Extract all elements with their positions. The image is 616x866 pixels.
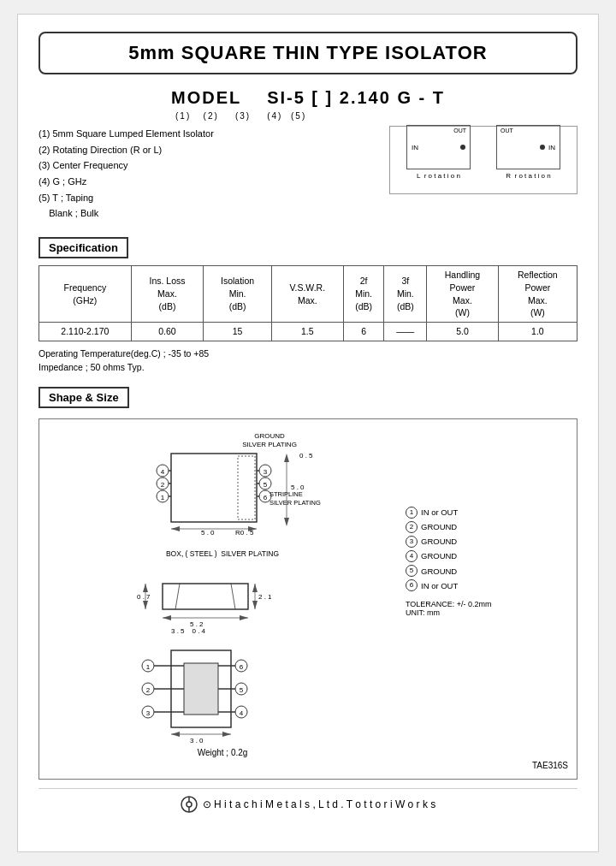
legend-item-3: 3 GROUND bbox=[406, 534, 568, 549]
model-value: SI-5 [ ] 2.140 G - T bbox=[267, 88, 445, 107]
svg-text:0 . 5: 0 . 5 bbox=[299, 452, 313, 460]
legend-text-3: GROUND bbox=[421, 534, 457, 549]
side-view-svg: 5 . 2 3 . 5 0 . 4 2 . 1 0 . 7 bbox=[137, 566, 308, 635]
svg-text:2: 2 bbox=[161, 481, 165, 489]
weight: Weight ; 0.2g bbox=[48, 748, 397, 757]
svg-text:3: 3 bbox=[146, 709, 151, 717]
title-box: 5mm SQUARE THIN TYPE ISOLATOR bbox=[38, 32, 578, 74]
svg-point-75 bbox=[187, 802, 192, 807]
svg-rect-3 bbox=[171, 454, 257, 522]
col-reflection: ReflectionPowerMax.(W) bbox=[498, 266, 577, 323]
shape-box: GROUND SILVER PLATING 0 . 5 4 2 1 3 bbox=[38, 418, 578, 780]
spec-section-header: Specification bbox=[38, 237, 128, 258]
rotation-diagram: IN OUT L r o t a t i o n OUT IN R r o t … bbox=[389, 126, 578, 194]
svg-text:STRIPLINE: STRIPLINE bbox=[270, 490, 303, 498]
legend-text-1: IN or OUT bbox=[421, 505, 458, 519]
legend-num-2: 2 bbox=[406, 521, 418, 533]
svg-marker-48 bbox=[143, 601, 148, 609]
cell-freq: 2.110-2.170 bbox=[39, 322, 132, 341]
svg-rect-34 bbox=[163, 584, 248, 609]
svg-marker-72 bbox=[222, 732, 231, 737]
pin-layout-svg: 1 2 3 6 5 4 3 . 0 bbox=[137, 642, 308, 744]
legend-text-6: IN or OUT bbox=[421, 578, 458, 593]
legend-num-5: 5 bbox=[406, 565, 418, 577]
svg-marker-24 bbox=[284, 454, 289, 462]
col-isolation: IsolationMin.(dB) bbox=[204, 266, 272, 323]
cell-vswr: 1.5 bbox=[271, 322, 343, 341]
spec-notes: Operating Temperature(deg.C) ; -35 to +8… bbox=[38, 347, 578, 376]
svg-text:6: 6 bbox=[264, 494, 268, 501]
cell-3f: —— bbox=[384, 322, 427, 341]
col-2f: 2fMin.(dB) bbox=[343, 266, 384, 323]
cell-2f: 6 bbox=[343, 322, 384, 341]
footer: ⊙ H i t a c h i M e t a l s , L t d . T … bbox=[38, 788, 578, 813]
svg-marker-43 bbox=[252, 584, 258, 592]
shape-content: GROUND SILVER PLATING 0 . 5 4 2 1 3 bbox=[48, 428, 568, 757]
legend-item-6: 6 IN or OUT bbox=[406, 578, 568, 593]
svg-text:5: 5 bbox=[240, 686, 244, 694]
shape-diagrams: GROUND SILVER PLATING 0 . 5 4 2 1 3 bbox=[48, 428, 397, 757]
svg-rect-51 bbox=[184, 663, 218, 715]
svg-text:3 . 5    0 . 4: 3 . 5 0 . 4 bbox=[171, 627, 206, 635]
svg-text:2 . 1: 2 . 1 bbox=[258, 593, 272, 601]
svg-text:1: 1 bbox=[161, 494, 165, 501]
svg-marker-25 bbox=[284, 518, 289, 526]
top-view-svg: GROUND SILVER PLATING 0 . 5 4 2 1 3 bbox=[103, 428, 342, 548]
footer-text: ⊙ H i t a c h i M e t a l s , L t d . T … bbox=[203, 798, 436, 810]
svg-marker-44 bbox=[252, 601, 258, 609]
svg-marker-39 bbox=[240, 615, 248, 620]
svg-text:5: 5 bbox=[264, 481, 268, 489]
legend-item-1: 1 IN or OUT bbox=[406, 505, 568, 519]
cell-ins-loss: 0.60 bbox=[131, 322, 204, 341]
model-section: MODEL SI-5 [ ] 2.140 G - T (1) (2) (3) (… bbox=[38, 88, 578, 222]
legend-item-2: 2 GROUND bbox=[406, 519, 568, 534]
note-temp: Operating Temperature(deg.C) ; -35 to +8… bbox=[38, 347, 578, 361]
l-rotation-label: L r o t a t i o n bbox=[406, 172, 471, 180]
shape-legend: 1 IN or OUT 2 GROUND 3 GROUND 4 GROUND bbox=[406, 428, 568, 757]
col-3f: 3fMin.(dB) bbox=[384, 266, 427, 323]
svg-text:GROUND: GROUND bbox=[254, 432, 285, 440]
hitachi-icon bbox=[181, 796, 198, 813]
desc-item-3: (3) Center Frequency bbox=[38, 157, 214, 174]
note-impedance: Impedance ; 50 ohms Typ. bbox=[38, 360, 578, 375]
cell-handling: 5.0 bbox=[427, 322, 499, 341]
svg-rect-33 bbox=[238, 456, 255, 519]
desc-item-2: (2) Rotating Direction (R or L) bbox=[38, 142, 214, 158]
legend-text-4: GROUND bbox=[421, 549, 457, 563]
model-numbers: (1) (2) (3) (4) (5) bbox=[175, 111, 578, 121]
svg-text:3 . 0: 3 . 0 bbox=[190, 737, 204, 744]
shape-section-header: Shape & Size bbox=[38, 387, 129, 408]
desc-item-5: (5) T ; Taping bbox=[38, 190, 214, 206]
svg-marker-47 bbox=[143, 584, 148, 592]
legend-num-4: 4 bbox=[406, 550, 418, 562]
col-vswr: V.S.W.R.Max. bbox=[271, 266, 343, 323]
legend-num-6: 6 bbox=[406, 579, 418, 591]
svg-text:2: 2 bbox=[146, 686, 151, 694]
svg-text:1: 1 bbox=[146, 663, 151, 671]
model-desc-left: (1) 5mm Square Lumped Element Isolator (… bbox=[38, 126, 214, 222]
cell-isolation: 15 bbox=[204, 322, 272, 341]
tae-ref: TAE316S bbox=[48, 761, 568, 770]
svg-text:5 . 0: 5 . 0 bbox=[201, 529, 215, 537]
desc-item-6: Blank ; Bulk bbox=[38, 205, 214, 222]
desc-item-4: (4) G ; GHz bbox=[38, 174, 214, 190]
model-desc: (1) 5mm Square Lumped Element Isolator (… bbox=[38, 126, 578, 222]
tolerance-text: TOLERANCE: +/- 0.2mm bbox=[406, 600, 568, 608]
legend-item-4: 4 GROUND bbox=[406, 549, 568, 563]
svg-marker-29 bbox=[171, 526, 180, 531]
legend-text-5: GROUND bbox=[421, 564, 457, 578]
page-title: 5mm SQUARE THIN TYPE ISOLATOR bbox=[57, 42, 559, 64]
col-ins-loss: Ins. LossMax.(dB) bbox=[131, 266, 204, 323]
svg-marker-38 bbox=[163, 615, 171, 620]
legend-num-3: 3 bbox=[406, 536, 418, 548]
box-label: BOX, ( STEEL ) SILVER PLATING bbox=[48, 549, 397, 558]
model-label: MODEL bbox=[171, 88, 241, 107]
tolerance-note: TOLERANCE: +/- 0.2mm UNIT: mm bbox=[406, 600, 568, 617]
svg-text:4: 4 bbox=[240, 709, 244, 717]
col-freq: Frequency(GHz) bbox=[39, 266, 132, 323]
legend-item-5: 5 GROUND bbox=[406, 564, 568, 578]
svg-text:6: 6 bbox=[240, 663, 244, 671]
model-line: MODEL SI-5 [ ] 2.140 G - T bbox=[38, 88, 578, 108]
unit-text: UNIT: mm bbox=[406, 608, 568, 617]
svg-text:SILVER PLATING: SILVER PLATING bbox=[242, 441, 297, 448]
